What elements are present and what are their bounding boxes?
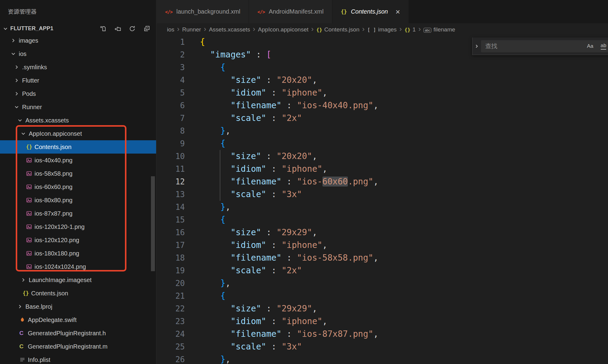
tree-folder-ios[interactable]: ios xyxy=(0,47,156,60)
sidebar-scrollbar[interactable] xyxy=(151,176,155,271)
code-text[interactable]: "size" : "29x29", xyxy=(200,226,317,239)
tree-file-generatedpluginregistrant-m[interactable]: CGeneratedPluginRegistrant.m xyxy=(0,340,156,353)
tab-contents-json[interactable]: {}Contents.json× xyxy=(332,0,409,23)
tab-androidmanifest-xml[interactable]: </>AndroidManifest.xml xyxy=(249,0,332,23)
line-number[interactable]: 8 xyxy=(157,125,200,137)
code-text[interactable]: "scale" : "3x" xyxy=(200,340,302,353)
line-number[interactable]: 17 xyxy=(157,239,200,252)
line-number[interactable]: 4 xyxy=(157,74,200,86)
project-section-header[interactable]: FLUTTER_APP1 xyxy=(0,23,156,34)
line-number[interactable]: 24 xyxy=(157,328,200,340)
code-text[interactable]: "images" : [ xyxy=(200,48,271,61)
breadcrumb-item-1[interactable]: {}1 xyxy=(404,26,416,33)
tree-file-ios-120x120-1-png[interactable]: ios-120x120-1.png xyxy=(0,220,156,233)
code-text[interactable]: "idiom" : "iphone", xyxy=(200,86,327,99)
tree-file-appdelegate-swift[interactable]: AppDelegate.swift xyxy=(0,313,156,327)
code-text[interactable]: "scale" : "2x" xyxy=(200,112,302,125)
tree-folder-images[interactable]: images xyxy=(0,34,156,47)
code-text[interactable]: { xyxy=(200,36,205,48)
code-text[interactable]: }, xyxy=(200,125,230,137)
line-number[interactable]: 6 xyxy=(157,99,200,112)
tree-file-ios-80x80-png[interactable]: ios-80x80.png xyxy=(0,193,156,207)
code-text[interactable]: "idiom" : "iphone", xyxy=(200,315,327,328)
line-number[interactable]: 20 xyxy=(157,277,200,290)
line-number[interactable]: 19 xyxy=(157,264,200,277)
breadcrumb-item-ios[interactable]: ios xyxy=(167,26,174,33)
code-text[interactable]: }, xyxy=(200,353,230,364)
tree-file-ios-87x87-png[interactable]: ios-87x87.png xyxy=(0,207,156,220)
line-number[interactable]: 21 xyxy=(157,290,200,302)
close-icon[interactable]: × xyxy=(395,8,400,16)
code-text[interactable]: }, xyxy=(200,277,230,290)
tree-file-ios-180x180-png[interactable]: ios-180x180.png xyxy=(0,247,156,260)
tree-file-ios-40x40-png[interactable]: ios-40x40.png xyxy=(0,154,156,167)
breadcrumb-item-images[interactable]: [ ]images xyxy=(367,26,397,33)
line-number[interactable]: 7 xyxy=(157,112,200,125)
match-case-button[interactable]: Aa xyxy=(586,42,595,51)
line-number[interactable]: 10 xyxy=(157,150,200,163)
breadcrumb-item-contents-json[interactable]: {}Contents.json xyxy=(316,26,359,33)
code-text[interactable]: "filename" : "ios-87x87.png", xyxy=(200,328,378,340)
line-number[interactable]: 12 xyxy=(157,175,200,188)
tree-folder-runner[interactable]: Runner xyxy=(0,100,156,114)
tree-file-ios-1024x1024-png[interactable]: ios-1024x1024.png xyxy=(0,260,156,273)
tree-file-contents-json[interactable]: {}Contents.json xyxy=(0,140,156,154)
tree-folder-base-lproj[interactable]: Base.lproj xyxy=(0,300,156,313)
breadcrumb-item-runner[interactable]: Runner xyxy=(182,26,201,33)
tree-file-contents-json[interactable]: {}Contents.json xyxy=(0,287,156,300)
tree-folder-appicon-appiconset[interactable]: AppIcon.appiconset xyxy=(0,127,156,140)
line-number[interactable]: 5 xyxy=(157,86,200,99)
tree-file-ios-58x58-png[interactable]: ios-58x58.png xyxy=(0,167,156,180)
line-number[interactable]: 22 xyxy=(157,302,200,315)
line-number[interactable]: 18 xyxy=(157,252,200,264)
code-text[interactable]: "size" : "29x29", xyxy=(200,302,317,315)
code-text[interactable]: "size" : "20x20", xyxy=(200,74,317,86)
line-number[interactable]: 1 xyxy=(157,36,200,48)
code-text[interactable]: { xyxy=(200,290,225,302)
code-text[interactable]: { xyxy=(200,213,225,226)
code-text[interactable]: { xyxy=(200,137,225,150)
line-number[interactable]: 26 xyxy=(157,353,200,364)
line-number[interactable]: 13 xyxy=(157,188,200,201)
tree-file-generatedpluginregistrant-h[interactable]: CGeneratedPluginRegistrant.h xyxy=(0,327,156,340)
tree-file-ios-120x120-png[interactable]: ios-120x120.png xyxy=(0,233,156,247)
tree-file-info-plist[interactable]: Info.plist xyxy=(0,353,156,364)
tree-folder-symlinks[interactable]: .symlinks xyxy=(0,60,156,74)
line-number[interactable]: 3 xyxy=(157,61,200,74)
code-editor[interactable]: 1{2 "images" : [3 {4 "size" : "20x20",5 … xyxy=(157,36,608,364)
code-text[interactable]: "filename" : "ios-58x58.png", xyxy=(200,252,378,264)
find-input[interactable]: 查找 Aa ab .* xyxy=(481,40,608,52)
line-number[interactable]: 2 xyxy=(157,48,200,61)
code-text[interactable]: "filename" : "ios-60x60.png", xyxy=(200,175,378,188)
code-text[interactable]: "scale" : "3x" xyxy=(200,188,302,201)
collapse-all-icon[interactable] xyxy=(143,25,150,32)
breadcrumb-item-appicon-appiconset[interactable]: AppIcon.appiconset xyxy=(258,26,309,33)
breadcrumb-item-filename[interactable]: abcfilename xyxy=(423,26,455,33)
toggle-replace-button[interactable] xyxy=(472,37,481,55)
tree-file-ios-60x60-png[interactable]: ios-60x60.png xyxy=(0,180,156,193)
code-text[interactable]: "size" : "20x20", xyxy=(200,150,317,163)
code-text[interactable]: "idiom" : "iphone", xyxy=(200,163,327,175)
code-text[interactable]: "scale" : "2x" xyxy=(200,264,302,277)
tree-folder-assets-xcassets[interactable]: Assets.xcassets xyxy=(0,114,156,127)
tree-folder-pods[interactable]: Pods xyxy=(0,87,156,100)
whole-word-button[interactable]: ab xyxy=(599,42,608,51)
tree-folder-launchimage-imageset[interactable]: LaunchImage.imageset xyxy=(0,273,156,287)
tab-launch-background-xml[interactable]: </>launch_background.xml xyxy=(157,0,249,23)
line-number[interactable]: 14 xyxy=(157,201,200,213)
tree-folder-flutter[interactable]: Flutter xyxy=(0,74,156,87)
line-number[interactable]: 9 xyxy=(157,137,200,150)
line-number[interactable]: 15 xyxy=(157,213,200,226)
breadcrumb-item-assets-xcassets[interactable]: Assets.xcassets xyxy=(209,26,250,33)
code-text[interactable]: }, xyxy=(200,201,230,213)
code-text[interactable]: "idiom" : "iphone", xyxy=(200,239,327,252)
line-number[interactable]: 25 xyxy=(157,340,200,353)
line-number[interactable]: 11 xyxy=(157,163,200,175)
code-text[interactable]: "filename" : "ios-40x40.png", xyxy=(200,99,378,112)
new-file-icon[interactable] xyxy=(100,25,106,32)
refresh-icon[interactable] xyxy=(129,25,136,32)
new-folder-icon[interactable] xyxy=(114,25,121,32)
line-number[interactable]: 23 xyxy=(157,315,200,328)
line-number[interactable]: 16 xyxy=(157,226,200,239)
code-text[interactable]: { xyxy=(200,61,225,74)
